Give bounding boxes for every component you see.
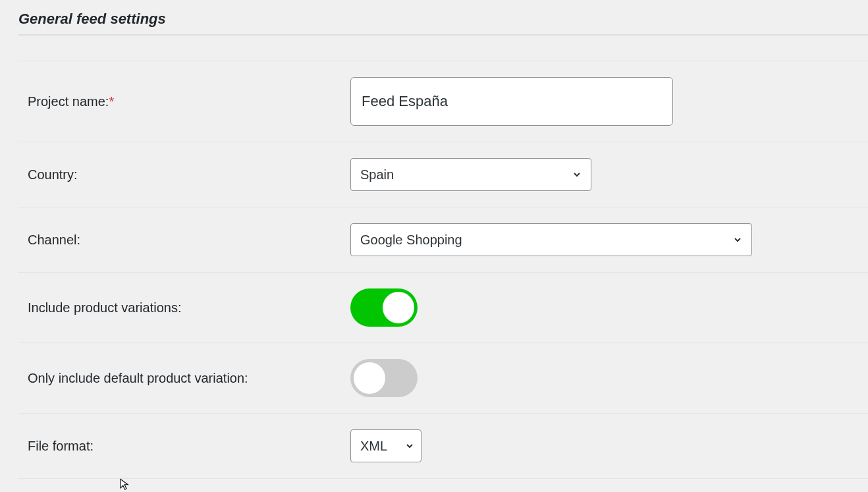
toggle-knob [383, 292, 414, 323]
label-file-format: File format: [28, 439, 350, 454]
row-channel: Channel: Google Shopping [18, 207, 868, 273]
label-only-default-variation: Only include default product variation: [28, 371, 350, 386]
include-variations-toggle[interactable] [350, 288, 418, 327]
label-channel: Channel: [28, 232, 350, 248]
country-select[interactable]: Spain [350, 158, 591, 191]
required-asterisk: * [109, 94, 114, 109]
settings-form: Project name:* Country: Spain Channel: G… [18, 61, 868, 492]
row-project-name: Project name:* [18, 61, 868, 142]
row-country: Country: Spain [18, 142, 868, 207]
label-country: Country: [28, 167, 350, 182]
toggle-knob [354, 362, 385, 394]
only-default-variation-toggle[interactable] [350, 359, 418, 397]
label-project-name: Project name:* [28, 94, 350, 109]
label-project-name-text: Project name: [28, 94, 109, 109]
section-title: General feed settings [18, 11, 868, 36]
row-file-format: File format: XML [18, 414, 868, 479]
row-include-variations: Include product variations: [18, 273, 868, 343]
row-refresh-interval: Refresh interval: Daily [18, 479, 868, 492]
project-name-input[interactable] [350, 77, 673, 126]
row-only-default-variation: Only include default product variation: [18, 343, 868, 414]
channel-select[interactable]: Google Shopping [350, 223, 752, 256]
label-include-variations: Include product variations: [28, 300, 350, 315]
file-format-select[interactable]: XML [350, 429, 421, 462]
